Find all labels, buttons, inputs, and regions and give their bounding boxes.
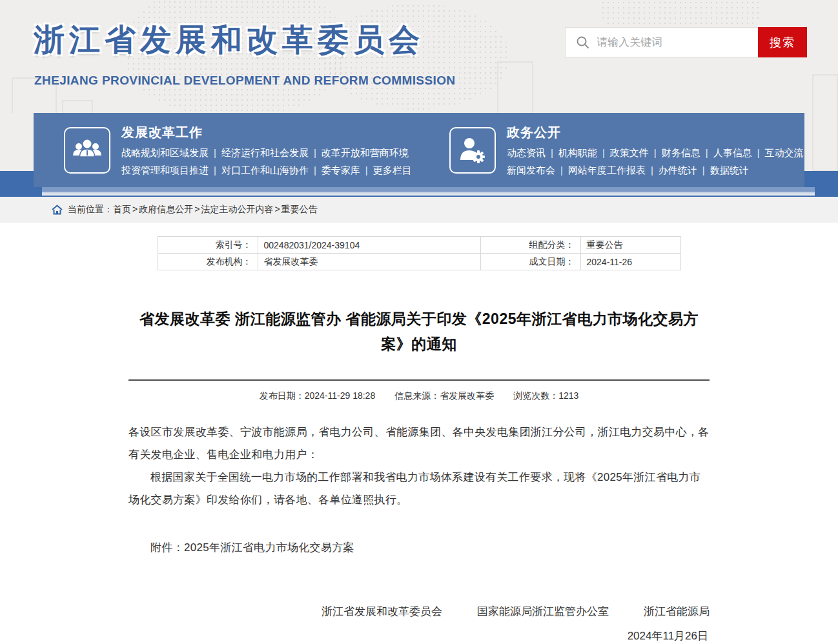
nav-link-separator: | xyxy=(551,147,553,158)
meta-label-category: 组配分类： xyxy=(480,237,580,254)
breadcrumb-item[interactable]: 重要公告 xyxy=(281,204,318,214)
publish-info: 发布日期：2024-11-29 18:28 信息来源：省发展改革委 浏览次数：1… xyxy=(128,390,710,402)
nav-link-separator: | xyxy=(651,165,653,176)
breadcrumb-item[interactable]: 政府信息公开 xyxy=(139,204,193,214)
nav-link-separator: | xyxy=(365,165,368,176)
home-icon[interactable] xyxy=(52,205,63,215)
nav-links-row: 新闻发布会|网站年度工作报表|办件统计|数据统计 xyxy=(507,165,804,176)
breadcrumb-item[interactable]: 首页 xyxy=(113,204,131,214)
breadcrumb-path: 首页>政府信息公开>法定主动公开内容>重要公告 xyxy=(113,204,318,216)
nav-link[interactable]: 新闻发布会 xyxy=(507,165,555,176)
meta-value-date: 2024-11-26 xyxy=(580,254,680,270)
nav-link[interactable]: 机构职能 xyxy=(558,147,597,158)
paragraph: 各设区市发展改革委、宁波市能源局，省电力公司、省能源集团、各中央发电集团浙江分公… xyxy=(128,421,710,466)
signature-org: 国家能源局浙江监管办公室 xyxy=(477,604,609,619)
nav-section-title[interactable]: 发展改革工作 xyxy=(121,124,412,141)
nav-link[interactable]: 对口工作和山海协作 xyxy=(221,165,309,176)
meta-value-issuer: 省发展改革委 xyxy=(258,254,480,270)
nav-link[interactable]: 政策文件 xyxy=(610,147,649,158)
meta-label-date: 成文日期： xyxy=(480,254,580,270)
sign-date: 2024年11月26日 xyxy=(128,629,710,643)
search-icon xyxy=(576,35,590,50)
breadcrumb-separator: > xyxy=(132,204,138,214)
nav-link[interactable]: 互动交流 xyxy=(765,147,804,158)
search-box: 搜索 xyxy=(565,27,807,57)
nav-link[interactable]: 委专家库 xyxy=(322,165,360,176)
nav-shadow xyxy=(42,187,815,196)
nav-link[interactable]: 投资管理和项目推进 xyxy=(121,165,209,176)
signatures: 浙江省发展和改革委员会国家能源局浙江监管办公室浙江省能源局 xyxy=(128,604,710,619)
nav-link[interactable]: 更多栏目 xyxy=(373,165,412,176)
search-input[interactable] xyxy=(590,28,758,57)
people-group-icon xyxy=(64,127,110,174)
site-header: 浙江省发展和改革委员会 ZHEJIANG PROVINCIAL DEVELOPM… xyxy=(0,0,838,113)
building-silhouette xyxy=(812,74,838,171)
attachment-link[interactable]: 附件：2025年浙江省电力市场化交易方案 xyxy=(128,536,710,559)
nav-link-separator: | xyxy=(214,147,216,158)
meta-row: 索引号： 002482031/2024-39104 组配分类： 重要公告 xyxy=(158,237,680,254)
nav-links-row: 投资管理和项目推进|对口工作和山海协作|委专家库|更多栏目 xyxy=(121,165,412,176)
signature-org: 浙江省发展和改革委员会 xyxy=(322,604,442,619)
nav-link[interactable]: 动态资讯 xyxy=(507,147,546,158)
person-gear-icon xyxy=(449,127,496,174)
nav-link[interactable]: 人事信息 xyxy=(713,147,752,158)
title-divider xyxy=(128,379,710,381)
meta-row: 发布机构： 省发展改革委 成文日期： 2024-11-26 xyxy=(158,254,680,270)
article: 索引号： 002482031/2024-39104 组配分类： 重要公告 发布机… xyxy=(128,236,710,643)
info-source: 信息来源：省发展改革委 xyxy=(394,390,494,402)
breadcrumb-item[interactable]: 法定主动公开内容 xyxy=(201,204,273,214)
nav-link[interactable]: 战略规划和区域发展 xyxy=(121,147,209,158)
nav-link[interactable]: 数据统计 xyxy=(710,165,749,176)
nav-link-separator: | xyxy=(757,147,760,158)
paragraph: 根据国家关于全国统一电力市场的工作部署和我省电力市场体系建设有关工作要求，现将《… xyxy=(128,466,710,511)
publish-date: 发布日期：2024-11-29 18:28 xyxy=(260,390,376,402)
article-body: 各设区市发展改革委、宁波市能源局，省电力公司、省能源集团、各中央发电集团浙江分公… xyxy=(128,421,710,559)
site-title: 浙江省发展和改革委员会 xyxy=(34,19,424,61)
nav-section-title[interactable]: 政务公开 xyxy=(507,124,804,141)
nav-link[interactable]: 办件统计 xyxy=(659,165,697,176)
nav-links-row: 动态资讯|机构职能|政策文件|财务信息|人事信息|互动交流 xyxy=(507,147,804,159)
nav-section-government-affairs: 政务公开 动态资讯|机构职能|政策文件|财务信息|人事信息|互动交流 新闻发布会… xyxy=(419,113,804,187)
article-title: 省发展改革委 浙江能源监管办 省能源局关于印发《2025年浙江省电力市场化交易方… xyxy=(128,307,710,357)
nav-link-separator: | xyxy=(654,147,657,158)
building-silhouette xyxy=(62,100,93,113)
nav-link[interactable]: 财务信息 xyxy=(662,147,700,158)
breadcrumb: 当前位置： 首页>政府信息公开>法定主动公开内容>重要公告 xyxy=(0,197,838,223)
building-silhouette xyxy=(497,61,533,113)
nav-panel: 发展改革工作 战略规划和区域发展|经济运行和社会发展|改革开放和营商环境 投资管… xyxy=(34,113,804,187)
nav-link-separator: | xyxy=(214,165,216,176)
site-subtitle: ZHEJIANG PROVINCIAL DEVELOPMENT AND REFO… xyxy=(34,74,455,88)
breadcrumb-separator: > xyxy=(194,204,199,214)
meta-value-category: 重要公告 xyxy=(580,237,680,254)
nav-link-separator: | xyxy=(706,147,708,158)
breadcrumb-separator: > xyxy=(274,204,280,214)
breadcrumb-label: 当前位置： xyxy=(68,204,113,216)
search-button[interactable]: 搜索 xyxy=(758,27,807,57)
nav-link-separator: | xyxy=(560,165,563,176)
nav-link[interactable]: 经济运行和社会发展 xyxy=(221,147,309,158)
nav-section-development-reform: 发展改革工作 战略规划和区域发展|经济运行和社会发展|改革开放和营商环境 投资管… xyxy=(34,113,419,187)
view-count: 浏览次数：1213 xyxy=(513,390,578,402)
nav-link-separator: | xyxy=(702,165,705,176)
nav-link-separator: | xyxy=(314,147,316,158)
page: 浙江省发展和改革委员会 ZHEJIANG PROVINCIAL DEVELOPM… xyxy=(0,0,838,643)
meta-label-index: 索引号： xyxy=(158,237,258,254)
meta-label-issuer: 发布机构： xyxy=(158,254,258,270)
meta-table: 索引号： 002482031/2024-39104 组配分类： 重要公告 发布机… xyxy=(158,236,681,270)
nav-link-separator: | xyxy=(314,165,316,176)
primary-nav: 发展改革工作 战略规划和区域发展|经济运行和社会发展|改革开放和营商环境 投资管… xyxy=(0,113,838,197)
nav-link[interactable]: 网站年度工作报表 xyxy=(568,165,646,176)
nav-links-row: 战略规划和区域发展|经济运行和社会发展|改革开放和营商环境 xyxy=(121,147,412,159)
nav-link-separator: | xyxy=(602,147,605,158)
signature-org: 浙江省能源局 xyxy=(644,604,710,619)
nav-link[interactable]: 改革开放和营商环境 xyxy=(322,147,409,158)
meta-value-index: 002482031/2024-39104 xyxy=(258,237,480,254)
